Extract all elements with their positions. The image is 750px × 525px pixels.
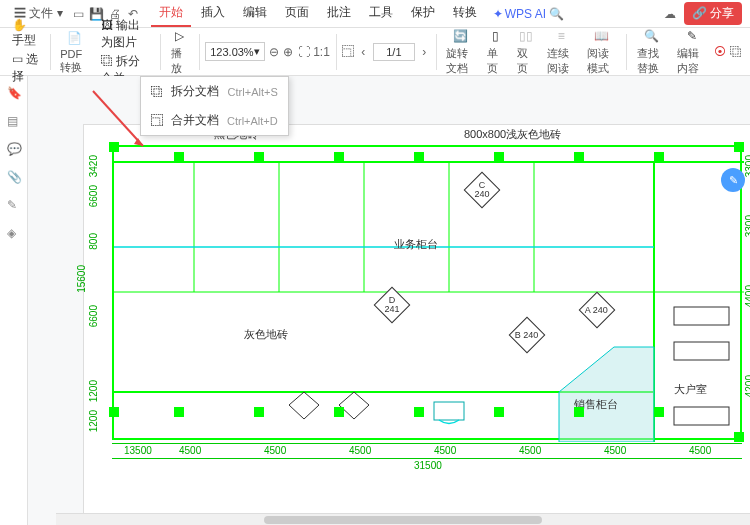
hand-tool[interactable]: ✋ 手型 xyxy=(12,18,40,49)
wps-ai-button[interactable]: ✦ WPS AI xyxy=(493,7,546,21)
body: 🔖 ▤ 💬 📎 ✎ ◈ ⿻拆分文档Ctrl+Alt+S ⿹合并文档Ctrl+Al… xyxy=(0,76,750,525)
svg-rect-13 xyxy=(674,407,729,425)
label-big: 大户室 xyxy=(674,382,707,397)
prev-page-icon[interactable]: ‹ xyxy=(358,44,368,60)
search-icon[interactable]: 🔍 xyxy=(548,6,564,22)
label-biz: 业务柜台 xyxy=(394,237,438,252)
split-dropdown: ⿻拆分文档Ctrl+Alt+S ⿹合并文档Ctrl+Alt+D xyxy=(140,76,289,136)
next-page-icon[interactable]: › xyxy=(419,44,429,60)
attach-icon[interactable]: 📎 xyxy=(7,170,21,184)
menu-tabs: 开始 插入 编辑 页面 批注 工具 保护 转换 xyxy=(151,0,485,27)
play-icon[interactable]: ▷ xyxy=(171,27,189,45)
split-doc-item[interactable]: ⿻拆分文档Ctrl+Alt+S xyxy=(141,77,288,106)
canvas[interactable]: ⿻拆分文档Ctrl+Alt+S ⿹合并文档Ctrl+Alt+D ✎ 黑色地砖 8… xyxy=(28,76,750,525)
label-gray-tile: 800x800浅灰色地砖 xyxy=(464,127,561,142)
export-image[interactable]: 🖼 输出为图片 xyxy=(101,17,150,51)
page-input[interactable]: 1/1 xyxy=(373,43,416,61)
zoom-in-icon[interactable]: ⊕ xyxy=(283,44,293,60)
tab-start[interactable]: 开始 xyxy=(151,0,191,27)
cont-icon: ≡ xyxy=(552,27,570,45)
tab-edit[interactable]: 编辑 xyxy=(235,0,275,27)
svg-rect-11 xyxy=(674,307,729,325)
label-gray: 灰色地砖 xyxy=(244,327,288,342)
read-icon[interactable]: 📖 xyxy=(593,27,611,45)
tool1-icon[interactable]: ⿹ xyxy=(342,44,354,60)
single-icon[interactable]: ▯ xyxy=(487,27,505,45)
scrollbar-h[interactable] xyxy=(56,513,750,525)
tab-tools[interactable]: 工具 xyxy=(361,0,401,27)
ribbon: ✋ 手型 ▭ 选择 📄PDF转换 🖼 输出为图片 ⿻ 拆分合并 ▾ ▷播放 12… xyxy=(0,28,750,76)
thumbs-icon[interactable]: ▤ xyxy=(7,114,21,128)
split-doc-icon: ⿻ xyxy=(151,85,163,99)
svg-rect-12 xyxy=(674,342,729,360)
extra2-icon[interactable]: ⿻ xyxy=(730,44,742,60)
drawing-sheet: 黑色地砖 800x800浅灰色地砖 灰色地砖 业务柜台 销售柜台 大户室 xyxy=(83,124,750,524)
zoom-out-icon[interactable]: ⊖ xyxy=(269,44,279,60)
comment-icon[interactable]: 💬 xyxy=(7,142,21,156)
tab-insert[interactable]: 插入 xyxy=(193,0,233,27)
svg-rect-10 xyxy=(434,402,464,420)
zoom-input[interactable]: 123.03% ▾ xyxy=(205,42,264,61)
merge-doc-icon: ⿹ xyxy=(151,114,163,128)
double-icon: ▯▯ xyxy=(517,27,535,45)
extra1-icon[interactable]: ⦿ xyxy=(714,44,726,60)
tab-page[interactable]: 页面 xyxy=(277,0,317,27)
sidebar: 🔖 ▤ 💬 📎 ✎ ◈ xyxy=(0,76,28,525)
floor-plan: 灰色地砖 业务柜台 销售柜台 大户室 C 240 D 241 B 240 A 2… xyxy=(112,145,742,440)
tab-protect[interactable]: 保护 xyxy=(403,0,443,27)
edit-icon[interactable]: ✎ xyxy=(7,198,21,212)
convert-icon[interactable]: 📄 xyxy=(66,29,84,47)
bookmark-icon[interactable]: 🔖 xyxy=(7,86,21,100)
float-button[interactable]: ✎ xyxy=(721,168,745,192)
share-button[interactable]: 🔗 分享 xyxy=(684,2,742,25)
merge-doc-item[interactable]: ⿹合并文档Ctrl+Alt+D xyxy=(141,106,288,135)
fit-icon[interactable]: ⛶ xyxy=(298,44,310,60)
rotate-icon[interactable]: 🔄 xyxy=(452,27,470,45)
layers-icon[interactable]: ◈ xyxy=(7,226,21,240)
arrow-annotation xyxy=(88,86,148,156)
tab-annot[interactable]: 批注 xyxy=(319,0,359,27)
actual-icon[interactable]: 1:1 xyxy=(314,44,330,60)
cloud-icon[interactable]: ☁ xyxy=(662,6,678,22)
find-icon[interactable]: 🔍 xyxy=(642,27,660,45)
editcol-icon[interactable]: ✎ xyxy=(683,27,701,45)
tab-convert[interactable]: 转换 xyxy=(445,0,485,27)
open-icon[interactable]: ▭ xyxy=(71,6,87,22)
